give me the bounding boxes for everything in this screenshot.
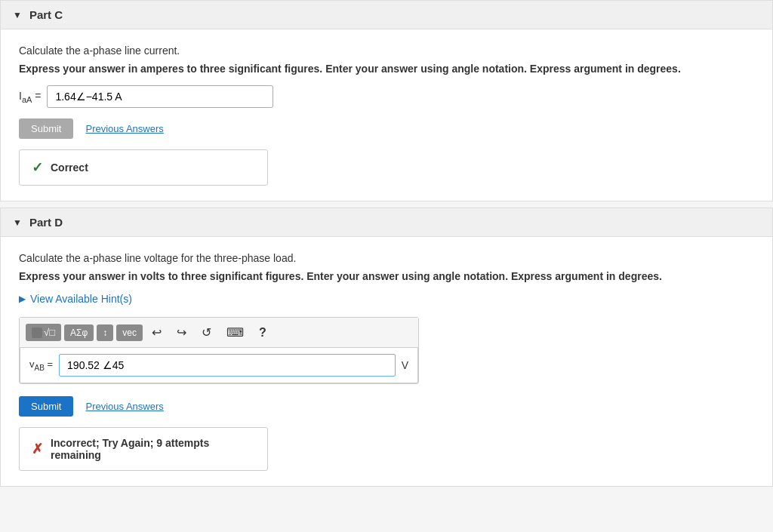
part-d-hint-link[interactable]: View Available Hint(s) xyxy=(30,293,132,305)
part-d-previous-answers-link[interactable]: Previous Answers xyxy=(85,401,163,412)
part-c-action-row: Submit Previous Answers xyxy=(19,118,754,139)
part-c-answer-row: IaA = xyxy=(19,85,754,108)
part-d-result-text: Incorrect; Try Again; 9 attempts remaini… xyxy=(51,437,255,461)
part-d-math-input-area: vAB = V xyxy=(20,348,418,383)
part-d-instruction: Express your answer in volts to three si… xyxy=(19,270,754,282)
part-d-section: ▼ Part D Calculate the a-phase line volt… xyxy=(0,208,773,487)
part-d-toolbar-sqrt-button[interactable]: √□ xyxy=(26,324,61,341)
part-d-toolbar-symbols-button[interactable]: ΑΣφ xyxy=(64,324,94,341)
part-c-answer-label: IaA = xyxy=(19,90,41,104)
part-d-result-box: ✗ Incorrect; Try Again; 9 attempts remai… xyxy=(19,427,268,471)
part-c-body: Calculate the a-phase line current. Expr… xyxy=(1,29,772,201)
part-c-answer-input[interactable] xyxy=(47,85,273,108)
part-d-answer-input[interactable] xyxy=(59,354,396,377)
part-c-label: Part C xyxy=(29,8,63,21)
part-d-header: ▼ Part D xyxy=(1,208,772,237)
part-c-description: Calculate the a-phase line current. xyxy=(19,45,754,57)
part-d-x-icon: ✗ xyxy=(32,441,43,457)
part-d-collapse-arrow[interactable]: ▼ xyxy=(13,217,22,228)
part-c-section: ▼ Part C Calculate the a-phase line curr… xyxy=(0,0,773,201)
part-c-check-icon: ✓ xyxy=(32,159,43,176)
part-c-header: ▼ Part C xyxy=(1,1,772,29)
part-c-result-text: Correct xyxy=(51,161,88,174)
part-d-toolbar-redo-button[interactable]: ↪ xyxy=(171,322,192,343)
part-d-toolbar-arrows-button[interactable]: ↕ xyxy=(97,324,113,341)
part-d-math-container: √□ ΑΣφ ↕ vec ↩ ↪ ↺ ⌨ ? vAB = V xyxy=(19,317,419,384)
part-d-toolbar-undo-button[interactable]: ↩ xyxy=(146,322,168,343)
part-c-submit-button[interactable]: Submit xyxy=(19,118,73,139)
part-d-math-toolbar: √□ ΑΣφ ↕ vec ↩ ↪ ↺ ⌨ ? xyxy=(20,318,418,348)
part-d-toolbar-keyboard-button[interactable]: ⌨ xyxy=(220,322,250,343)
part-d-body: Calculate the a-phase line voltage for t… xyxy=(1,237,772,486)
part-d-toolbar-vec-button[interactable]: vec xyxy=(116,324,143,341)
part-d-label: Part D xyxy=(29,216,63,229)
part-d-input-label: vAB = xyxy=(29,358,53,372)
part-c-previous-answers-link[interactable]: Previous Answers xyxy=(85,123,163,134)
part-d-hint-arrow-icon: ▶ xyxy=(19,294,26,304)
part-d-hint-row: ▶ View Available Hint(s) xyxy=(19,293,754,305)
part-d-description: Calculate the a-phase line voltage for t… xyxy=(19,252,754,264)
part-d-unit-label: V xyxy=(402,359,408,371)
part-c-collapse-arrow[interactable]: ▼ xyxy=(13,10,22,20)
part-d-action-row: Submit Previous Answers xyxy=(19,396,754,417)
part-c-instruction: Express your answer in amperes to three … xyxy=(19,63,754,75)
part-c-result-box: ✓ Correct xyxy=(19,149,268,186)
part-d-submit-button[interactable]: Submit xyxy=(19,396,73,417)
part-d-toolbar-help-button[interactable]: ? xyxy=(253,323,273,343)
part-d-toolbar-reset-button[interactable]: ↺ xyxy=(196,322,217,343)
